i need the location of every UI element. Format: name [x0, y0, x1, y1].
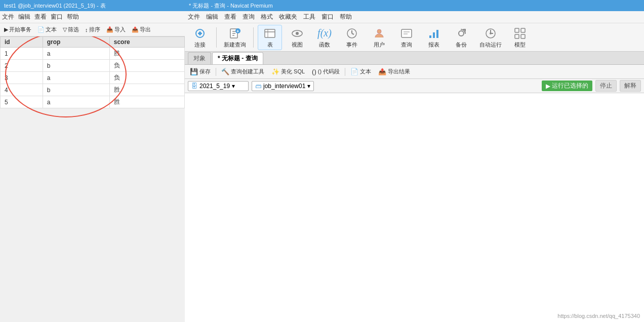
- start-transaction-btn[interactable]: ▶ 开始事务: [2, 25, 33, 34]
- menu-file[interactable]: 文件: [2, 13, 14, 21]
- table-row[interactable]: 4b胜: [1, 84, 185, 96]
- svg-rect-5: [265, 29, 275, 37]
- cell-id: 3: [1, 72, 43, 84]
- start-icon: ▶: [4, 26, 8, 33]
- save-icon: 💾: [190, 68, 198, 75]
- col-id: id: [1, 37, 43, 48]
- export-icon: 📤: [378, 68, 386, 75]
- db-chevron: ▾: [232, 83, 235, 90]
- autorun-btn[interactable]: 自动运行: [476, 25, 505, 50]
- user-btn[interactable]: 用户: [367, 25, 391, 50]
- model-label: 模型: [514, 41, 526, 49]
- backup-btn[interactable]: 备份: [449, 25, 473, 50]
- connect-btn[interactable]: 连接: [188, 25, 212, 50]
- func-btn[interactable]: f(x) 函数: [312, 25, 337, 50]
- table-row[interactable]: 2b负: [1, 60, 185, 72]
- view-label: 视图: [292, 41, 303, 49]
- event-icon: [345, 26, 359, 41]
- event-label: 事件: [346, 41, 357, 49]
- user-icon: [372, 26, 386, 41]
- tab-query[interactable]: * 无标题 - 查询: [212, 52, 263, 64]
- stop-btn[interactable]: 停止: [595, 80, 617, 92]
- svg-rect-27: [515, 34, 519, 38]
- menu-file-r[interactable]: 文件: [188, 13, 200, 21]
- left-toolbar: ▶ 开始事务 📄 文本 ▽ 筛选 ↕ 排序 📥 导入 📤 导出: [0, 23, 185, 36]
- cell-id: 4: [1, 84, 43, 96]
- new-query-icon: +: [228, 26, 242, 41]
- svg-point-20: [459, 31, 464, 36]
- beautify-btn[interactable]: ✨ 美化 SQL: [269, 67, 307, 76]
- menu-bookmark[interactable]: 收藏夹: [279, 13, 297, 21]
- menu-view-r[interactable]: 查看: [224, 13, 236, 21]
- model-icon: [513, 26, 527, 41]
- menu-help[interactable]: 帮助: [67, 13, 79, 21]
- db-selector[interactable]: 🗄 2021_5_19 ▾: [188, 81, 249, 91]
- cell-grop: b: [43, 84, 109, 96]
- filter-btn[interactable]: ▽ 筛选: [61, 25, 81, 34]
- table-row[interactable]: 1a胜: [1, 48, 185, 60]
- export-result-btn[interactable]: 📤 导出结果: [376, 67, 412, 76]
- tab-object[interactable]: 对象: [188, 52, 211, 64]
- data-table: id grop score 1a胜2b负3a负4b胜5a胜: [0, 36, 185, 108]
- cell-score: 胜: [109, 96, 184, 108]
- qtoolbar-div1: [216, 68, 216, 76]
- menu-edit-r[interactable]: 编辑: [206, 13, 218, 21]
- menu-window[interactable]: 窗口: [51, 13, 63, 21]
- export-btn[interactable]: 📤 导出: [130, 25, 153, 34]
- svg-text:+: +: [236, 29, 239, 34]
- table-row[interactable]: 3a负: [1, 72, 185, 84]
- menu-help-r[interactable]: 帮助: [340, 13, 352, 21]
- model-btn[interactable]: 模型: [508, 25, 532, 50]
- menu-format[interactable]: 格式: [261, 13, 273, 21]
- import-icon: 📥: [106, 26, 113, 33]
- left-title: test1 @job_interview01 (2021_5_19) - 表: [0, 0, 185, 11]
- query-label: 查询: [401, 41, 412, 49]
- save-btn[interactable]: 💾 保存: [188, 67, 213, 76]
- sort-icon: ↕: [85, 27, 88, 33]
- right-toolbar: 连接 + 新建查询 表 视图: [185, 23, 644, 52]
- snippet-btn[interactable]: () () 代码段: [310, 67, 342, 76]
- text-icon: 📄: [37, 26, 45, 33]
- table-row[interactable]: 5a胜: [1, 96, 185, 108]
- cell-grop: a: [43, 96, 109, 108]
- cell-grop: b: [43, 60, 109, 72]
- sort-btn[interactable]: ↕ 排序: [83, 25, 102, 34]
- menu-query[interactable]: 查询: [243, 13, 255, 21]
- menu-view[interactable]: 查看: [34, 13, 47, 21]
- user-label: 用户: [374, 41, 385, 49]
- new-query-btn[interactable]: + 新建查询: [221, 25, 249, 50]
- autorun-label: 自动运行: [479, 41, 502, 49]
- event-btn[interactable]: 事件: [340, 25, 364, 50]
- text-export-btn[interactable]: 📄 文本: [348, 67, 373, 76]
- report-btn[interactable]: 报表: [422, 25, 446, 50]
- tab-bar: 对象 * 无标题 - 查询: [185, 52, 644, 65]
- explain-btn[interactable]: 解释: [620, 80, 641, 92]
- menu-window-r[interactable]: 窗口: [321, 13, 334, 21]
- query-btn[interactable]: 查询: [394, 25, 419, 50]
- query-builder-btn[interactable]: 🔨 查询创建工具: [219, 67, 266, 76]
- text-btn[interactable]: 📄 文本: [35, 25, 59, 34]
- cell-score: 胜: [109, 48, 184, 60]
- cell-score: 负: [109, 72, 184, 84]
- cell-id: 5: [1, 96, 43, 108]
- report-label: 报表: [428, 41, 439, 49]
- table-btn[interactable]: 表: [258, 25, 282, 50]
- menu-tools[interactable]: 工具: [303, 13, 315, 21]
- svg-point-24: [490, 32, 492, 34]
- builder-icon: 🔨: [221, 68, 229, 75]
- import-btn[interactable]: 📥 导入: [104, 25, 128, 34]
- right-title: * 无标题 - 查询 - Navicat Premium: [185, 0, 644, 11]
- view-btn[interactable]: 视图: [285, 25, 309, 50]
- right-menubar: 文件 编辑 查看 查询 格式 收藏夹 工具 窗口 帮助: [185, 11, 644, 23]
- table-selector[interactable]: 🗃 job_interview01 ▾: [252, 81, 314, 91]
- toolbar-divider-2: [253, 27, 254, 48]
- svg-rect-18: [433, 32, 435, 38]
- func-icon: f(x): [317, 26, 332, 41]
- report-icon: [427, 26, 441, 41]
- run-btn[interactable]: ▶ 运行已选择的: [542, 80, 592, 91]
- snippet-icon: (): [312, 68, 316, 75]
- menu-edit[interactable]: 编辑: [18, 13, 30, 21]
- table-label: 表: [267, 41, 273, 49]
- toolbar-divider-1: [216, 27, 217, 48]
- svg-rect-17: [429, 35, 431, 38]
